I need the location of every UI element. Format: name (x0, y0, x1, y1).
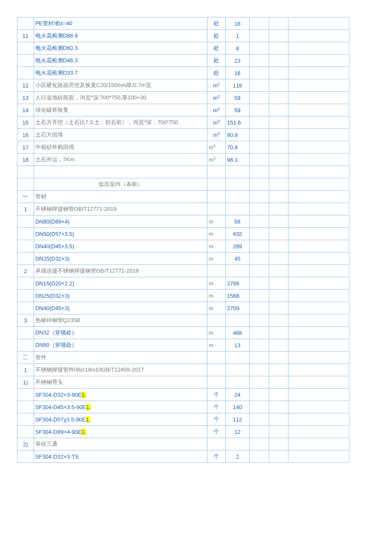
empty-cell (249, 450, 269, 463)
empty-cell (288, 290, 349, 302)
table-row: 14绿化破坏恢复m259 (17, 104, 349, 116)
row-unit: m (208, 253, 226, 265)
empty-cell (269, 277, 288, 290)
row-quantity (225, 376, 249, 389)
empty-cell (288, 450, 349, 463)
row-description: 不锈钢焊接管件06cr19ni10GB/T12459-2017 (34, 364, 207, 376)
row-index: 1 (17, 364, 34, 376)
empty-cell (288, 178, 349, 191)
empty-cell (269, 129, 288, 141)
row-unit: 个 (208, 401, 226, 413)
row-unit: m (208, 327, 226, 339)
empty-cell (249, 426, 269, 438)
row-index (17, 178, 34, 191)
empty-cell (249, 79, 269, 92)
row-unit: m3 (208, 154, 226, 166)
empty-cell (288, 277, 349, 290)
row-quantity: 151.6 (225, 116, 249, 129)
row-quantity: 45 (225, 253, 249, 265)
table-row: 17中粗砂外购回填m370.8 (17, 141, 349, 154)
row-quantity: 1 (225, 30, 249, 42)
table-row: SF304-D89×4-90E1.个12 (17, 426, 349, 438)
row-index: 1 (17, 203, 34, 215)
row-description: DN40(D45×3) (34, 302, 207, 314)
row-description: DN50(D57×3.5) (34, 228, 207, 240)
row-quantity: 24 (225, 389, 249, 401)
highlight-text: 1. (81, 392, 86, 398)
empty-cell (249, 376, 269, 389)
row-index (17, 389, 34, 401)
table-row: 一管材 (17, 191, 349, 203)
row-description: DN80(D89×4) (34, 215, 207, 228)
empty-cell (249, 166, 269, 178)
row-index: 16 (17, 129, 34, 141)
row-unit: m (208, 302, 226, 314)
highlight-text: 1. (86, 404, 91, 410)
row-quantity: 432 (225, 228, 249, 240)
row-description: SF304-D45×3.5-90E1. (34, 401, 207, 413)
row-unit: m (208, 240, 226, 253)
empty-cell (225, 166, 249, 178)
row-index (17, 215, 34, 228)
row-description: DN80（穿墙处） (34, 339, 207, 352)
table-row: 3热镀锌钢管Q235B (17, 314, 349, 327)
row-unit: 个 (208, 426, 226, 438)
empty-cell (288, 116, 349, 129)
empty-cell (269, 67, 288, 79)
empty-cell (269, 290, 288, 302)
row-description: DN15(D20×2.2) (34, 277, 207, 290)
table-row: 15土石方开挖（土石比7:3,土：软石岩），沟宽*深：700*750m3151.… (17, 116, 349, 129)
row-description: 电火花检测D60.3 (34, 42, 207, 55)
empty-cell (269, 17, 288, 30)
table-row: DN25(D32×3)m1566 (17, 290, 349, 302)
row-unit: 处 (208, 67, 226, 79)
empty-cell (288, 191, 349, 203)
empty-cell (288, 265, 349, 277)
row-unit: 处 (208, 30, 226, 42)
table-row: SF304-D32×3-90E1.个24 (17, 389, 349, 401)
row-unit: m3 (208, 141, 226, 154)
empty-cell (288, 30, 349, 42)
empty-cell (269, 339, 288, 352)
empty-cell (269, 104, 288, 116)
row-quantity: 18 (225, 17, 249, 30)
row-quantity (225, 364, 249, 376)
empty-cell (249, 30, 269, 42)
empty-cell (249, 17, 269, 30)
empty-cell (269, 327, 288, 339)
row-quantity: 70.8 (225, 141, 249, 154)
bom-table: PE管封堵d∩40处1811电火花检测D88.9处1电火花检测D60.3处8电火… (17, 17, 349, 463)
empty-cell (269, 178, 288, 191)
empty-cell (288, 327, 349, 339)
row-index (17, 426, 34, 438)
row-index (17, 302, 34, 314)
table-row: DN80（穿墙处）m13 (17, 339, 349, 352)
row-description: 不锈钢弯头 (34, 376, 207, 389)
row-quantity (225, 314, 249, 327)
row-index (17, 42, 34, 55)
row-description: 中粗砂外购回填 (34, 141, 207, 154)
highlight-text: 1. (86, 416, 91, 423)
empty-cell (288, 203, 349, 215)
empty-cell (249, 290, 269, 302)
row-index (17, 228, 34, 240)
row-quantity: 112 (225, 413, 249, 426)
row-index: 一 (17, 191, 34, 203)
empty-cell (269, 450, 288, 463)
row-description: 小区硬化路面开挖及恢复C20/150mm厚/0.7m宽 (34, 79, 207, 92)
empty-cell (249, 191, 269, 203)
empty-cell (288, 253, 349, 265)
empty-cell (288, 104, 349, 116)
empty-cell (288, 438, 349, 450)
row-index: 15 (17, 116, 34, 129)
row-unit: 个 (208, 450, 226, 463)
table-row: DN40(D45×3.5)m289 (17, 240, 349, 253)
row-index (17, 17, 34, 30)
empty-cell (288, 42, 349, 55)
row-unit: m3 (208, 116, 226, 129)
empty-cell (288, 67, 349, 79)
row-description: 电火花检测D33.7 (34, 67, 207, 79)
table-row: 1不锈钢焊接管件06cr19ni10GB/T12459-2017 (17, 364, 349, 376)
empty-cell (269, 352, 288, 364)
table-row: SF304-D57χ3.5-90E1.个112 (17, 413, 349, 426)
